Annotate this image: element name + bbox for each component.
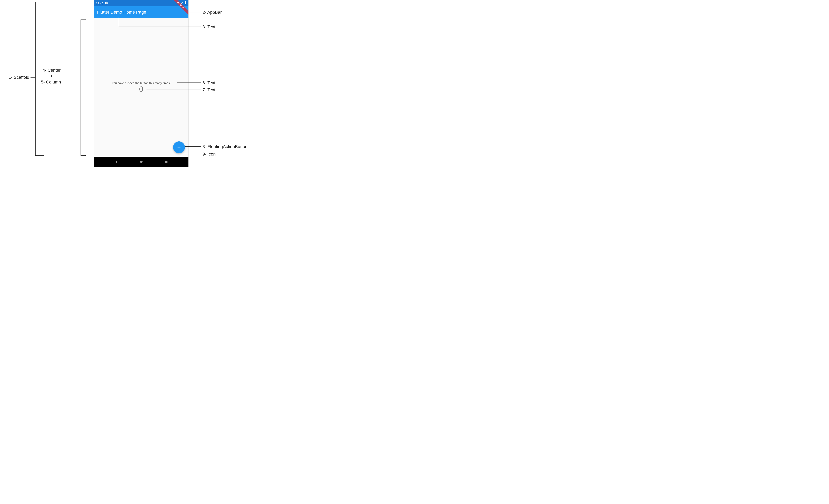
flutter-icon <box>105 1 108 5</box>
nav-back-icon[interactable] <box>114 160 118 164</box>
callout-center-plus: + <box>50 74 53 79</box>
android-nav-bar <box>94 157 188 167</box>
plus-icon: + <box>177 144 181 151</box>
callout-center: 4- Center <box>42 68 61 73</box>
svg-point-3 <box>140 160 143 163</box>
app-bar: Flutter Demo Home Page <box>94 6 188 18</box>
callout-text-body1: 6- Text <box>203 80 215 85</box>
body-text-counter: 0 <box>139 85 143 94</box>
nav-home-icon[interactable] <box>140 160 143 164</box>
wifi-icon <box>176 1 179 5</box>
callout-text-body2: 7- Text <box>203 87 215 93</box>
body-text-caption: You have pushed the button this many tim… <box>112 81 171 85</box>
svg-rect-1 <box>185 2 186 4</box>
status-bar: 12:46 <box>94 0 188 6</box>
callout-scaffold: 1- Scaffold <box>9 75 29 80</box>
status-time: 12:46 <box>96 2 103 5</box>
callout-text-title: 3- Text <box>203 25 215 30</box>
svg-rect-4 <box>166 161 168 163</box>
widget-tree-diagram: 12:46 DEBUG Flutter <box>0 0 289 176</box>
floating-action-button[interactable]: + <box>173 141 185 153</box>
battery-icon <box>184 1 186 5</box>
app-bar-title: Flutter Demo Home Page <box>97 10 146 15</box>
scaffold-body: You have pushed the button this many tim… <box>94 18 188 157</box>
callout-column: 5- Column <box>41 79 61 85</box>
callout-fab-icon: 9- Icon <box>203 152 216 157</box>
cell-icon <box>181 2 183 5</box>
svg-rect-2 <box>185 1 186 2</box>
nav-recent-icon[interactable] <box>165 160 168 164</box>
callout-appbar: 2- AppBar <box>203 10 222 15</box>
phone-mockup: 12:46 DEBUG Flutter <box>94 0 188 167</box>
callout-fab: 8- FloatingActionButton <box>203 144 248 149</box>
